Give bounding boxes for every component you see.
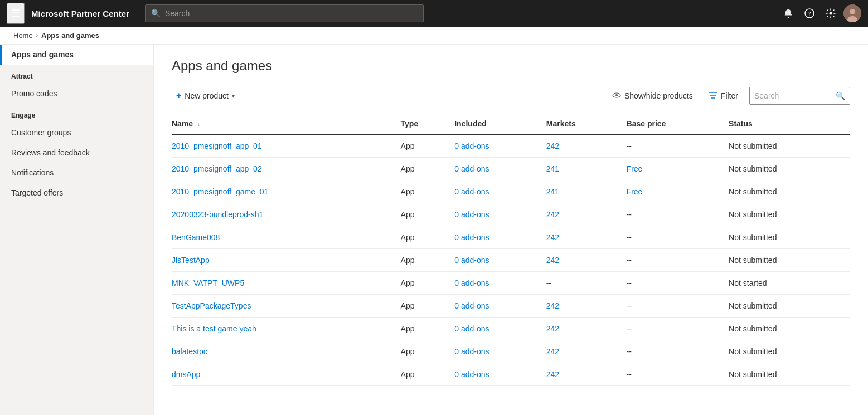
settings-button[interactable] — [822, 5, 839, 22]
breadcrumb-separator: › — [36, 32, 38, 38]
help-icon: ? — [804, 8, 814, 18]
breadcrumb-home[interactable]: Home — [13, 31, 33, 40]
cell-name[interactable]: 20200323-bundleprod-sh1 — [172, 203, 401, 226]
cell-name[interactable]: JlsTestApp — [172, 249, 401, 272]
cell-name[interactable]: balatestpc — [172, 340, 401, 363]
global-search-box[interactable]: 🔍 — [145, 4, 424, 22]
toolbar-right: Show/hide products Filter 🔍 — [608, 87, 850, 105]
table-row: 2010_pmesignoff_game_01 App 0 add-ons 24… — [172, 180, 850, 203]
cell-markets[interactable]: 242 — [546, 295, 627, 318]
cell-included[interactable]: 0 add-ons — [454, 363, 546, 386]
hamburger-menu-button[interactable]: ☰ — [7, 3, 25, 24]
cell-base-price: -- — [627, 340, 729, 363]
table-row: 20200323-bundleprod-sh1 App 0 add-ons 24… — [172, 203, 850, 226]
cell-base-price[interactable]: Free — [627, 158, 729, 180]
show-hide-label: Show/hide products — [624, 91, 693, 100]
table-search-box[interactable]: 🔍 — [749, 87, 850, 105]
avatar[interactable] — [843, 4, 861, 22]
cell-base-price: -- — [627, 249, 729, 272]
topnav-actions: ? — [780, 4, 861, 22]
cell-name[interactable]: This is a test game yeah — [172, 318, 401, 340]
cell-type: App — [401, 226, 455, 249]
cell-included[interactable]: 0 add-ons — [454, 340, 546, 363]
cell-status: Not submitted — [729, 158, 850, 180]
cell-name[interactable]: 2010_pmesignoff_app_01 — [172, 134, 401, 158]
filter-label: Filter — [721, 91, 738, 100]
avatar-image — [843, 4, 861, 22]
cell-name[interactable]: MNK_VATPT_UWP5 — [172, 272, 401, 295]
cell-included[interactable]: 0 add-ons — [454, 318, 546, 340]
sidebar-item-targeted-offers[interactable]: Targeted offers — [0, 183, 153, 203]
col-included: Included — [454, 114, 546, 134]
cell-type: App — [401, 363, 455, 386]
cell-markets[interactable]: 242 — [546, 249, 627, 272]
cell-type: App — [401, 134, 455, 158]
cell-status: Not submitted — [729, 203, 850, 226]
cell-base-price: -- — [627, 134, 729, 158]
cell-markets[interactable]: 241 — [546, 158, 627, 180]
cell-type: App — [401, 249, 455, 272]
cell-base-price: -- — [627, 363, 729, 386]
toolbar: + New product ▾ Show/hide products — [172, 87, 850, 105]
cell-name[interactable]: TestAppPackageTypes — [172, 295, 401, 318]
svg-point-2 — [830, 12, 832, 15]
table-row: This is a test game yeah App 0 add-ons 2… — [172, 318, 850, 340]
cell-name[interactable]: 2010_pmesignoff_app_02 — [172, 158, 401, 180]
cell-status: Not submitted — [729, 226, 850, 249]
filter-icon — [709, 91, 717, 101]
table-row: BenGame008 App 0 add-ons 242 -- Not subm… — [172, 226, 850, 249]
search-box-icon: 🔍 — [836, 91, 845, 100]
cell-included[interactable]: 0 add-ons — [454, 158, 546, 180]
top-navigation: ☰ Microsoft Partner Center 🔍 ? — [0, 0, 868, 27]
sidebar-item-apps-and-games[interactable]: Apps and games — [0, 45, 153, 65]
table-row: balatestpc App 0 add-ons 242 -- Not subm… — [172, 340, 850, 363]
cell-included[interactable]: 0 add-ons — [454, 180, 546, 203]
svg-point-4 — [850, 9, 855, 14]
sidebar-item-reviews-feedback[interactable]: Reviews and feedback — [0, 143, 153, 163]
global-search-input[interactable] — [165, 9, 418, 18]
col-name[interactable]: Name ↓ — [172, 114, 401, 134]
table-row: 2010_pmesignoff_app_01 App 0 add-ons 242… — [172, 134, 850, 158]
cell-name[interactable]: BenGame008 — [172, 226, 401, 249]
cell-included[interactable]: 0 add-ons — [454, 272, 546, 295]
cell-markets[interactable]: 242 — [546, 226, 627, 249]
table-row: 2010_pmesignoff_app_02 App 0 add-ons 241… — [172, 158, 850, 180]
show-hide-products-button[interactable]: Show/hide products — [608, 87, 697, 105]
cell-markets[interactable]: 241 — [546, 180, 627, 203]
cell-included[interactable]: 0 add-ons — [454, 226, 546, 249]
svg-text:?: ? — [808, 10, 811, 17]
cell-included[interactable]: 0 add-ons — [454, 134, 546, 158]
sidebar-item-promo-codes[interactable]: Promo codes — [0, 84, 153, 104]
cell-base-price: -- — [627, 272, 729, 295]
cell-base-price[interactable]: Free — [627, 180, 729, 203]
sidebar-item-notifications[interactable]: Notifications — [0, 163, 153, 183]
brand-name: Microsoft Partner Center — [31, 9, 129, 18]
main-content: Apps and games + New product ▾ Show/hide… — [154, 45, 868, 415]
table-search-input[interactable] — [754, 91, 832, 100]
cell-base-price: -- — [627, 203, 729, 226]
sort-icon: ↓ — [197, 121, 200, 128]
cell-type: App — [401, 180, 455, 203]
cell-included[interactable]: 0 add-ons — [454, 249, 546, 272]
sidebar-item-customer-groups[interactable]: Customer groups — [0, 123, 153, 143]
help-button[interactable]: ? — [801, 5, 818, 22]
cell-markets[interactable]: 242 — [546, 363, 627, 386]
chevron-down-icon: ▾ — [232, 93, 235, 99]
main-layout: Apps and games Attract Promo codes Engag… — [0, 45, 868, 415]
cell-markets[interactable]: 242 — [546, 203, 627, 226]
cell-name[interactable]: dmsApp — [172, 363, 401, 386]
cell-type: App — [401, 158, 455, 180]
eye-icon — [612, 91, 621, 101]
notifications-button[interactable] — [780, 5, 797, 22]
cell-included[interactable]: 0 add-ons — [454, 295, 546, 318]
cell-included[interactable]: 0 add-ons — [454, 203, 546, 226]
cell-status: Not submitted — [729, 249, 850, 272]
cell-markets[interactable]: 242 — [546, 318, 627, 340]
cell-name[interactable]: 2010_pmesignoff_game_01 — [172, 180, 401, 203]
new-product-button[interactable]: + New product ▾ — [172, 87, 239, 104]
filter-button[interactable]: Filter — [704, 87, 743, 105]
cell-status: Not submitted — [729, 180, 850, 203]
cell-type: App — [401, 272, 455, 295]
cell-markets[interactable]: 242 — [546, 340, 627, 363]
cell-markets[interactable]: 242 — [546, 134, 627, 158]
